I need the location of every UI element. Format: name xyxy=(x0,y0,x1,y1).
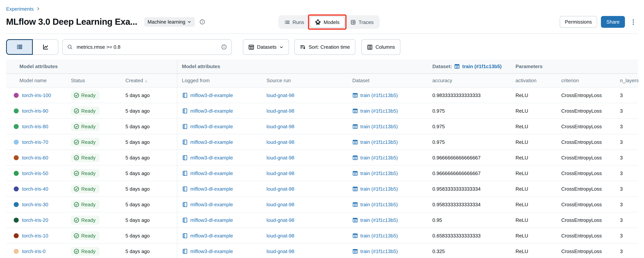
column-header-logged-from[interactable]: Logged from xyxy=(177,74,266,87)
source-run-cell: loud-gnat-98 xyxy=(266,217,352,223)
model-name-link[interactable]: torch-iris-50 xyxy=(22,170,48,176)
column-header-source-run[interactable]: Source run xyxy=(266,78,352,83)
sort-label: Sort: Creation time xyxy=(309,44,350,50)
model-name-link[interactable]: torch-iris-60 xyxy=(22,155,48,160)
search-info-icon[interactable] xyxy=(221,44,227,50)
column-header-criterion[interactable]: criterion xyxy=(561,78,620,83)
table-row: torch-iris-50 Ready 5 days ago mlflow3-d… xyxy=(6,165,638,181)
n-layers-cell: 3 xyxy=(620,139,638,145)
source-run-cell: loud-gnat-98 xyxy=(266,108,352,114)
logged-from-cell: mlflow3-dl-example xyxy=(177,181,266,196)
source-run-link[interactable]: loud-gnat-98 xyxy=(266,139,294,145)
breadcrumb-experiments-link[interactable]: Experiments xyxy=(6,6,34,12)
tab-runs[interactable]: Runs xyxy=(279,16,309,28)
source-run-link[interactable]: loud-gnat-98 xyxy=(266,248,294,254)
model-name-link[interactable]: torch-iris-20 xyxy=(22,217,48,223)
accuracy-cell: 0.9833333333333333 xyxy=(432,92,516,98)
dataset-group-link[interactable]: train (#1f1c13b5) xyxy=(462,64,502,69)
sort-button[interactable]: Sort: Creation time xyxy=(294,39,355,55)
table-column-header: Model name Status Created ↓ Logged from … xyxy=(6,74,638,88)
logged-from-link[interactable]: mlflow3-dl-example xyxy=(190,233,233,238)
overflow-menu-icon[interactable] xyxy=(629,18,638,25)
logged-from-link[interactable]: mlflow3-dl-example xyxy=(190,92,233,98)
model-name-link[interactable]: torch-iris-10 xyxy=(22,233,48,238)
logged-from-link[interactable]: mlflow3-dl-example xyxy=(190,124,233,129)
source-run-link[interactable]: loud-gnat-98 xyxy=(266,186,294,192)
column-header-activation[interactable]: activation xyxy=(516,78,561,83)
activation-cell: ReLU xyxy=(516,124,561,129)
share-button[interactable]: Share xyxy=(601,16,625,28)
column-header-dataset[interactable]: Dataset xyxy=(352,78,432,83)
logged-from-link[interactable]: mlflow3-dl-example xyxy=(190,170,233,176)
column-header-accuracy[interactable]: accuracy xyxy=(432,78,516,83)
status-cell: Ready xyxy=(71,153,126,162)
column-header-status[interactable]: Status xyxy=(71,78,126,83)
dataset-link[interactable]: train (#1f1c13b5) xyxy=(360,124,398,129)
dataset-link[interactable]: train (#1f1c13b5) xyxy=(360,108,398,114)
status-label: Ready xyxy=(81,202,96,207)
source-run-link[interactable]: loud-gnat-98 xyxy=(266,155,294,160)
source-run-link[interactable]: loud-gnat-98 xyxy=(266,202,294,207)
column-header-created[interactable]: Created ↓ xyxy=(126,78,177,83)
check-circle-icon xyxy=(74,186,79,192)
check-circle-icon xyxy=(74,248,79,254)
logged-from-link[interactable]: mlflow3-dl-example xyxy=(190,186,233,192)
column-header-n-layers[interactable]: n_layers xyxy=(620,78,638,83)
model-color-dot xyxy=(14,108,19,113)
dataset-link[interactable]: train (#1f1c13b5) xyxy=(360,202,398,207)
model-name-link[interactable]: torch-iris-0 xyxy=(22,248,46,254)
dataset-link[interactable]: train (#1f1c13b5) xyxy=(360,170,398,176)
dataset-link[interactable]: train (#1f1c13b5) xyxy=(360,92,398,98)
dataset-table-icon xyxy=(352,155,358,160)
dataset-link[interactable]: train (#1f1c13b5) xyxy=(360,217,398,223)
tab-models[interactable]: Models xyxy=(310,16,344,28)
model-name-link[interactable]: torch-iris-80 xyxy=(22,124,48,129)
model-name-link[interactable]: torch-iris-70 xyxy=(22,139,48,145)
dataset-link[interactable]: train (#1f1c13b5) xyxy=(360,139,398,145)
logged-from-link[interactable]: mlflow3-dl-example xyxy=(190,155,233,160)
info-icon[interactable] xyxy=(200,19,205,25)
logged-from-link[interactable]: mlflow3-dl-example xyxy=(190,248,233,254)
source-run-link[interactable]: loud-gnat-98 xyxy=(266,233,294,238)
experiment-type-dropdown[interactable]: Machine learning xyxy=(144,17,195,27)
source-run-link[interactable]: loud-gnat-98 xyxy=(266,92,294,98)
model-name-link[interactable]: torch-iris-100 xyxy=(22,92,51,98)
models-table: Model attributes Model attributes Datase… xyxy=(6,59,638,258)
source-run-link[interactable]: loud-gnat-98 xyxy=(266,217,294,223)
logged-from-link[interactable]: mlflow3-dl-example xyxy=(190,108,233,114)
model-name-link[interactable]: torch-iris-90 xyxy=(22,108,48,114)
table-row: torch-iris-60 Ready 5 days ago mlflow3-d… xyxy=(6,150,638,165)
dataset-link[interactable]: train (#1f1c13b5) xyxy=(360,248,398,254)
model-name-link[interactable]: torch-iris-40 xyxy=(22,186,48,192)
chart-view-toggle[interactable] xyxy=(33,39,58,55)
permissions-button[interactable]: Permissions xyxy=(560,16,597,28)
columns-label: Columns xyxy=(376,44,395,50)
logged-from-link[interactable]: mlflow3-dl-example xyxy=(190,202,233,207)
accuracy-cell: 0.325 xyxy=(432,248,516,254)
accuracy-cell: 0.975 xyxy=(432,124,516,129)
criterion-cell: CrossEntropyLoss xyxy=(561,248,620,254)
datasets-filter-button[interactable]: Datasets xyxy=(243,39,289,55)
model-name-link[interactable]: torch-iris-30 xyxy=(22,202,48,207)
dataset-link[interactable]: train (#1f1c13b5) xyxy=(360,233,398,238)
table-row: torch-iris-80 Ready 5 days ago mlflow3-d… xyxy=(6,119,638,134)
model-name-cell: torch-iris-40 xyxy=(6,186,71,192)
model-name-cell: torch-iris-100 xyxy=(6,92,71,98)
search-input[interactable] xyxy=(76,44,218,50)
dataset-link[interactable]: train (#1f1c13b5) xyxy=(360,155,398,160)
search-icon xyxy=(67,44,73,50)
status-cell: Ready xyxy=(71,247,126,256)
list-view-toggle[interactable] xyxy=(6,39,33,55)
source-run-cell: loud-gnat-98 xyxy=(266,202,352,207)
column-header-model-name[interactable]: Model name xyxy=(6,78,71,83)
logged-from-link[interactable]: mlflow3-dl-example xyxy=(190,139,233,145)
columns-button[interactable]: Columns xyxy=(361,39,400,55)
criterion-cell: CrossEntropyLoss xyxy=(561,108,620,114)
activation-cell: ReLU xyxy=(516,155,561,160)
source-run-link[interactable]: loud-gnat-98 xyxy=(266,108,294,114)
tab-traces[interactable]: Traces xyxy=(345,16,378,28)
dataset-link[interactable]: train (#1f1c13b5) xyxy=(360,186,398,192)
source-run-link[interactable]: loud-gnat-98 xyxy=(266,170,294,176)
logged-from-link[interactable]: mlflow3-dl-example xyxy=(190,217,233,223)
source-run-link[interactable]: loud-gnat-98 xyxy=(266,124,294,129)
